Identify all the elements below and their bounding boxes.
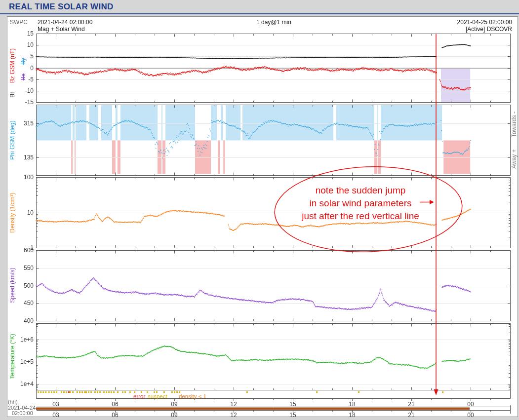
time-tick-label-overview: 21 [408,412,414,419]
y-tick-label: -15 [14,99,34,106]
y-tick-label: -5 [14,76,34,83]
y-tick-label: 400 [14,317,34,324]
source-label: SWPC [10,19,28,26]
y-tick-label: 10 [14,41,34,48]
hh-axis-label: (hh) [8,399,18,405]
time-tick-label-overview: 09 [171,412,177,419]
time-tick-label-overview: 12 [230,412,237,419]
annotation-line-1: note the sudden jump [316,185,406,196]
y-tick-label: 600 [14,247,34,254]
y-tick-label: 550 [14,265,34,271]
y-tick-label: 1e+6 [14,336,34,343]
y-tick-label: 315 [14,120,34,127]
start-time-label: 2021-04-24 02:00:00 [38,19,92,26]
time-tick-label-overview: 06 [112,412,118,419]
y-tick-label: 100 [14,174,34,181]
solar-wind-plot-canvas [0,0,519,420]
satellite-status-label: [Active] DSCOVR [466,26,512,33]
resolution-label: 1 day@1 min [256,19,291,26]
time-tick-label-overview: 15 [289,412,296,419]
y-tick-label: 15 [14,30,34,37]
time-tick-label-overview: 03 [52,412,59,419]
y-tick-label: 500 [14,282,34,289]
legend-suspect: suspect [148,393,167,399]
swpc-real-time-solar-wind-page: REAL TIME SOLAR WIND SWPC 2021-04-24 02:… [0,0,519,420]
y-tick-label: 450 [14,300,34,306]
y-tick-label: 0 [14,65,34,72]
legend-density-lt-1: density < 1 [179,393,206,399]
footer-time: 02:00:00 [12,410,33,416]
y-tick-label: 1e+4 [14,381,34,387]
y-tick-label: 10 [14,209,34,216]
legend-error: error [133,393,145,399]
time-tick-label-overview: 00 [467,412,474,419]
y-tick-label: -10 [14,87,34,94]
annotation-line-2: in solar wind parameters [310,198,412,209]
annotation-line-3: just after the red vertical line [302,211,419,222]
plot-subtitle: Mag + Solar Wind [38,26,85,33]
y-tick-label: 1e+5 [14,358,34,365]
sector-label-towards: Towards - [511,112,518,137]
y-tick-label: 5 [14,53,34,60]
sector-label-away: Away + [511,149,518,168]
end-time-label: 2021-04-25 02:00:00 [457,19,512,26]
time-tick-label-overview: 18 [349,412,355,419]
time-range-scrollbar[interactable] [37,405,510,412]
y-tick-label: 135 [14,154,34,161]
